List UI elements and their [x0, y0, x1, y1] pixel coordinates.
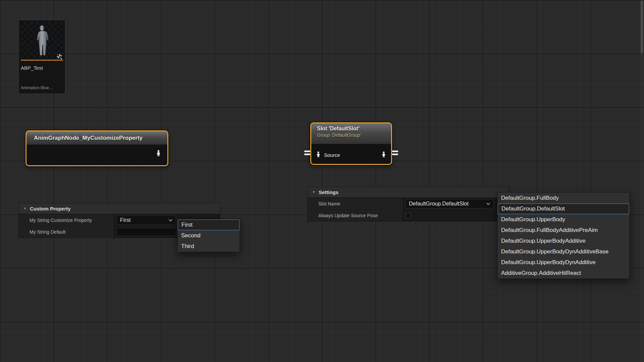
my-string-default-input[interactable] — [116, 228, 176, 236]
node-header[interactable]: Slot 'DefaultSlot' Group 'DefaultGroup' — [311, 123, 391, 144]
slot-option[interactable]: DefaultGroup.UpperBodyDynAdditive — [498, 257, 629, 268]
always-update-source-pose-checkbox[interactable] — [405, 213, 411, 219]
sparkle-icon — [56, 53, 63, 60]
asset-type-color-bar — [21, 60, 63, 61]
node-animgraph-my-customize-property[interactable]: AnimGraphNode_MyCustomizeProperty — [25, 130, 168, 166]
expander-arrow-icon[interactable]: ▼ — [312, 191, 315, 194]
slot-option[interactable]: DefaultGroup.FullBody — [498, 193, 629, 203]
chevron-down-icon — [486, 202, 490, 205]
my-string-customize-property-dropdown[interactable]: First — [116, 216, 176, 225]
asset-card-abp-test[interactable]: ABP_Test Animation Blue… — [18, 20, 65, 94]
category-header-custom-property[interactable]: ▼ Custom Property — [19, 203, 220, 214]
pose-pin-icon[interactable] — [156, 150, 161, 158]
asset-thumbnail — [21, 22, 63, 60]
dropdown-item-third[interactable]: Third — [178, 241, 239, 252]
category-header-label: Settings — [319, 189, 338, 195]
settings-panel: ▼ Settings Slot Name DefaultGroup.Defaul… — [307, 187, 509, 222]
category-header-settings[interactable]: ▼ Settings — [308, 187, 509, 198]
string-dropdown-menu: First Second Third — [177, 219, 240, 252]
dropdown-selected-value: First — [120, 217, 130, 223]
expander-arrow-icon[interactable]: ▼ — [23, 207, 26, 210]
node-title: AnimGraphNode_MyCustomizeProperty — [34, 135, 143, 141]
node-title: Slot 'DefaultSlot' — [317, 126, 391, 132]
output-pose-pin-icon[interactable] — [381, 151, 386, 159]
node-body: Source — [311, 144, 391, 163]
input-wire-stub[interactable] — [304, 150, 310, 155]
vertical-scrollbar-track[interactable] — [640, 0, 644, 362]
asset-subtitle: Animation Blue… — [21, 85, 63, 90]
node-body — [26, 145, 167, 164]
slot-option[interactable]: DefaultGroup.UpperBody — [498, 214, 629, 225]
slot-option[interactable]: DefaultGroup.FullBodyAdditivePreAim — [498, 225, 629, 236]
property-label: Slot Name — [308, 198, 403, 209]
output-wire-stub[interactable] — [392, 150, 398, 155]
slot-option-selected[interactable]: DefaultGroup.DefaultSlot — [498, 203, 629, 214]
property-label: My String Default — [19, 226, 114, 238]
node-header[interactable]: AnimGraphNode_MyCustomizeProperty — [26, 131, 167, 145]
property-value-cell: DefaultGroup.DefaultSlot — [403, 198, 509, 209]
slot-name-dropdown-menu: DefaultGroup.FullBody DefaultGroup.Defau… — [497, 192, 630, 279]
dropdown-item-second[interactable]: Second — [178, 230, 239, 241]
asset-title: ABP_Test — [21, 65, 63, 71]
mannequin-icon — [33, 25, 51, 60]
vertical-scrollbar-thumb[interactable] — [641, 1, 643, 54]
slot-name-dropdown[interactable]: DefaultGroup.DefaultSlot — [405, 199, 494, 208]
slot-option[interactable]: DefaultGroup.UpperBodyDynAdditiveBase — [498, 246, 629, 257]
source-pin-label: Source — [324, 152, 340, 158]
property-label: My String Customize Property — [19, 215, 114, 226]
property-label: Always Update Source Pose — [308, 210, 403, 221]
dropdown-item-first[interactable]: First — [178, 220, 239, 230]
slot-option[interactable]: AdditiveGroup.AdditiveHitReact — [498, 268, 629, 279]
source-pose-pin-icon[interactable] — [316, 151, 321, 159]
node-slot-defaultslot[interactable]: Slot 'DefaultSlot' Group 'DefaultGroup' … — [310, 122, 392, 165]
dropdown-selected-value: DefaultGroup.DefaultSlot — [409, 201, 469, 207]
detail-row-always-update-source-pose: Always Update Source Pose — [308, 209, 509, 221]
property-value-cell — [403, 210, 509, 221]
chevron-down-icon — [168, 219, 173, 222]
blueprint-graph-canvas[interactable]: ABP_Test Animation Blue… AnimGraphNode_M… — [0, 0, 644, 362]
node-subtitle: Group 'DefaultGroup' — [317, 132, 391, 138]
detail-row-slot-name: Slot Name DefaultGroup.DefaultSlot — [308, 198, 509, 209]
slot-option[interactable]: DefaultGroup.UpperBodyAdditive — [498, 236, 629, 246]
category-header-label: Custom Property — [30, 206, 71, 212]
